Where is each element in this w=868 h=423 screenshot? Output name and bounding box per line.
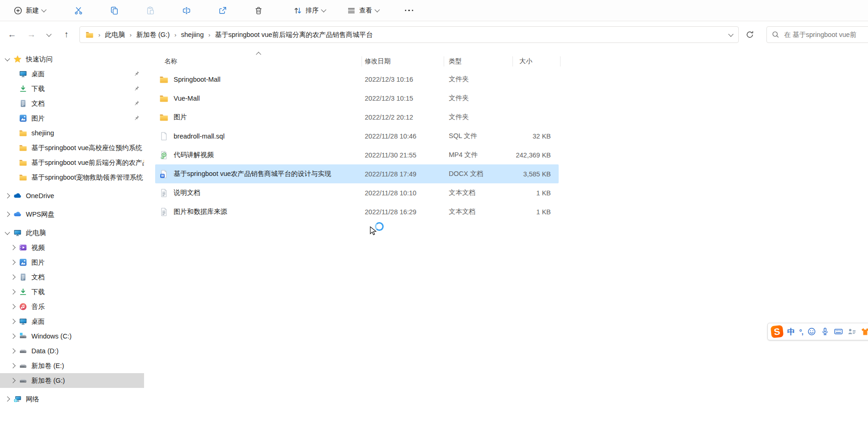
sidebar-item-label: 图片 bbox=[31, 258, 45, 267]
chevron-right-icon[interactable] bbox=[5, 193, 10, 198]
sidebar-item-label: OneDrive bbox=[26, 192, 54, 199]
folder-icon bbox=[159, 113, 169, 122]
chevron-right-icon[interactable] bbox=[10, 348, 15, 353]
chevron-right-icon[interactable] bbox=[5, 396, 10, 401]
skin-icon[interactable] bbox=[861, 327, 868, 336]
sidebar-item-desktop[interactable]: 桌面 bbox=[0, 314, 144, 329]
rename-button[interactable] bbox=[174, 3, 199, 18]
sidebar-item-this-pc[interactable]: 此电脑 bbox=[0, 225, 144, 240]
table-row[interactable]: 说明文档 2022/11/28 10:10 文本文档 1 KB bbox=[155, 183, 559, 202]
table-row[interactable]: breadroll-mall.sql 2022/11/28 10:46 SQL … bbox=[155, 127, 559, 145]
share-button[interactable] bbox=[210, 3, 235, 18]
sort-button[interactable]: 排序 bbox=[289, 3, 330, 18]
chevron-right-icon[interactable] bbox=[10, 274, 15, 279]
user-dict-icon[interactable] bbox=[847, 327, 856, 336]
sidebar-item-shejiing[interactable]: shejiing bbox=[0, 126, 144, 140]
cut-button[interactable] bbox=[66, 3, 91, 18]
chevron-right-icon[interactable] bbox=[10, 245, 15, 250]
sidebar-item-documents[interactable]: 文档 bbox=[0, 270, 144, 284]
table-row-selected[interactable]: 基于springboot vue农产品销售商城平台的设计与实现 2022/11/… bbox=[155, 164, 559, 183]
chevron-right-icon[interactable] bbox=[10, 363, 15, 368]
chevron-right-icon[interactable] bbox=[10, 378, 15, 383]
forward-button[interactable]: → bbox=[23, 26, 40, 43]
column-headers: 名称 修改日期 类型 大小 bbox=[155, 54, 868, 69]
new-button[interactable]: 新建 bbox=[9, 3, 50, 18]
sidebar-item-downloads-pinned[interactable]: 下载 bbox=[0, 81, 144, 96]
sidebar-item-pet-adoption-folder[interactable]: 基于springboot宠物救助领养管理系统 bbox=[0, 170, 144, 185]
sidebar-item-desktop-pinned[interactable]: 桌面 bbox=[0, 66, 144, 81]
sidebar-item-drive-c[interactable]: Windows (C:) bbox=[0, 329, 144, 344]
table-row[interactable]: 图片和数据库来源 2022/11/28 16:29 文本文档 1 KB bbox=[155, 202, 559, 221]
chevron-down-icon[interactable] bbox=[5, 230, 10, 235]
sidebar-item-farm-mall-folder[interactable]: 基于springboot vue前后端分离的农产品销售商城平台 bbox=[0, 155, 144, 170]
pin-icon[interactable] bbox=[133, 100, 139, 106]
view-button[interactable]: 查看 bbox=[343, 3, 383, 18]
pin-icon[interactable] bbox=[133, 71, 139, 77]
column-divider[interactable] bbox=[560, 56, 561, 66]
sidebar-item-music[interactable]: 音乐 bbox=[0, 299, 144, 314]
table-row[interactable]: Vue-Mall 2022/12/3 10:15 文件夹 bbox=[155, 89, 559, 108]
search-box[interactable]: 在 基于springboot vue前 bbox=[766, 26, 868, 43]
copy-button[interactable] bbox=[102, 3, 127, 18]
emoji-icon[interactable] bbox=[807, 327, 816, 336]
sidebar-item-wps-cloud[interactable]: WPS网盘 bbox=[0, 207, 144, 222]
chevron-right-icon[interactable] bbox=[10, 304, 15, 309]
breadcrumb-item-shejiing[interactable]: shejiing bbox=[181, 31, 204, 38]
sidebar-item-drive-d[interactable]: Data (D:) bbox=[0, 344, 144, 358]
chevron-right-icon[interactable] bbox=[10, 333, 15, 338]
sidebar-item-pictures-pinned[interactable]: 图片 bbox=[0, 111, 144, 126]
more-button[interactable] bbox=[396, 3, 422, 18]
mouse-cursor bbox=[370, 226, 379, 236]
table-row[interactable]: 代码讲解视频 2022/11/30 21:55 MP4 文件 242,369 K… bbox=[155, 145, 559, 164]
column-divider[interactable] bbox=[444, 56, 444, 66]
microphone-icon[interactable] bbox=[820, 327, 830, 336]
sidebar-item-network[interactable]: 网络 bbox=[0, 392, 144, 406]
file-type: MP4 文件 bbox=[444, 151, 512, 159]
sidebar-item-drive-g[interactable]: 新加卷 (G:) bbox=[0, 373, 144, 388]
pin-icon[interactable] bbox=[133, 115, 139, 121]
delete-button[interactable] bbox=[246, 3, 271, 18]
paste-icon bbox=[146, 6, 155, 15]
keyboard-icon[interactable] bbox=[834, 327, 843, 336]
breadcrumb-item-current-folder[interactable]: 基于springboot vue前后端分离的农产品销售商城平台 bbox=[215, 30, 373, 39]
back-button[interactable]: ← bbox=[4, 26, 20, 43]
column-header-name[interactable]: 名称 bbox=[164, 57, 177, 66]
column-header-type[interactable]: 类型 bbox=[449, 57, 462, 66]
table-row[interactable]: Springboot-Mall 2022/12/3 10:16 文件夹 bbox=[155, 70, 559, 89]
address-bar[interactable]: › 此电脑 › 新加卷 (G:) › shejiing › 基于springbo… bbox=[79, 26, 739, 43]
sidebar-item-downloads[interactable]: 下载 bbox=[0, 284, 144, 299]
sidebar-item-seat-reservation-folder[interactable]: 基于springboot vue高校座位预约系统 bbox=[0, 140, 144, 155]
sidebar-item-videos[interactable]: 视频 bbox=[0, 240, 144, 255]
breadcrumb-item-this-pc[interactable]: 此电脑 bbox=[105, 30, 125, 39]
sogou-logo-icon[interactable]: S bbox=[771, 325, 784, 338]
column-divider[interactable] bbox=[512, 56, 513, 66]
chevron-right-icon[interactable] bbox=[10, 289, 15, 294]
table-row[interactable]: 图片 2022/12/2 20:12 文件夹 bbox=[155, 108, 559, 127]
ime-punctuation-toggle[interactable]: °, bbox=[799, 328, 803, 336]
refresh-button[interactable] bbox=[741, 26, 758, 43]
file-date: 2022/11/28 10:46 bbox=[362, 133, 444, 140]
paste-button[interactable] bbox=[138, 3, 163, 18]
sidebar-item-pictures[interactable]: 图片 bbox=[0, 255, 144, 270]
chevron-down-icon bbox=[46, 31, 51, 36]
pin-icon[interactable] bbox=[133, 85, 139, 91]
column-header-size[interactable]: 大小 bbox=[519, 57, 532, 66]
ime-mode-toggle[interactable]: 中 bbox=[787, 326, 795, 337]
chevron-right-icon[interactable] bbox=[10, 260, 15, 265]
sidebar-item-onedrive[interactable]: OneDrive bbox=[0, 188, 144, 203]
chevron-down-icon[interactable] bbox=[5, 56, 10, 61]
sidebar-item-drive-e[interactable]: 新加卷 (E:) bbox=[0, 358, 144, 373]
recent-locations-button[interactable] bbox=[42, 26, 55, 43]
sidebar-item-documents-pinned[interactable]: 文档 bbox=[0, 96, 144, 111]
column-header-date[interactable]: 修改日期 bbox=[365, 57, 391, 66]
chevron-right-icon[interactable] bbox=[5, 212, 10, 217]
chevron-right-icon[interactable] bbox=[10, 319, 15, 324]
column-divider[interactable] bbox=[362, 56, 362, 66]
sidebar-item-quick-access[interactable]: 快速访问 bbox=[0, 52, 144, 66]
folder-icon bbox=[19, 144, 27, 152]
copy-icon bbox=[110, 6, 119, 15]
up-button[interactable]: ↑ bbox=[58, 26, 75, 43]
drive-icon bbox=[19, 362, 27, 370]
breadcrumb-item-drive-g[interactable]: 新加卷 (G:) bbox=[136, 30, 170, 39]
address-dropdown-icon[interactable] bbox=[728, 31, 733, 36]
